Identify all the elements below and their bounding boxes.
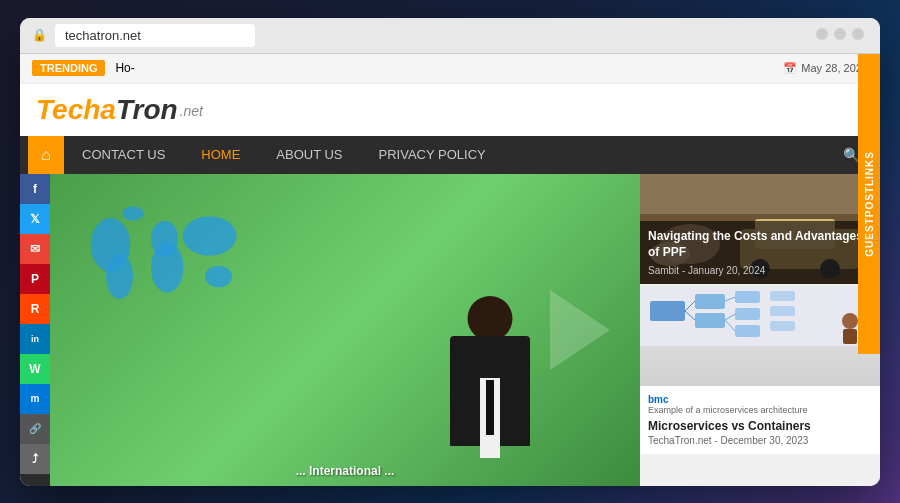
calendar-icon: 📅 [783, 62, 797, 75]
logo-techa: Techa [36, 94, 116, 125]
nav-about-us[interactable]: ABOUT US [258, 136, 360, 174]
lock-icon: 🔒 [32, 28, 47, 42]
svg-point-1 [106, 254, 133, 299]
hero-caption: ... International ... [50, 464, 640, 478]
trending-badge: TRENDING [32, 60, 105, 76]
home-icon: ⌂ [41, 146, 51, 164]
svg-rect-20 [735, 308, 760, 320]
article-image-1: Navigating the Costs and Advantages of P… [640, 174, 880, 284]
article-card-2-content: bmc Example of a microservices architect… [640, 386, 880, 454]
dot-1 [816, 28, 828, 40]
social-sidebar: f 𝕏 ✉ P R in W m 🔗 ⤴ [20, 174, 50, 486]
svg-rect-17 [695, 294, 725, 309]
svg-rect-21 [735, 325, 760, 337]
trending-text: Ho- [115, 61, 134, 75]
article-card-1[interactable]: Navigating the Costs and Advantages of P… [640, 174, 880, 284]
article-image-2 [640, 286, 880, 386]
nav-contact-us[interactable]: CONTACT US [64, 136, 183, 174]
figure-tie [486, 380, 494, 435]
bmc-label: bmc [648, 394, 872, 405]
guestpost-label: GUESTPOSTLINKS [864, 151, 875, 257]
date-badge: 📅 May 28, 2024 [783, 62, 868, 75]
world-map [70, 194, 250, 314]
linkedin-icon[interactable]: in [20, 324, 50, 354]
article-meta-1: Sambit - January 20, 2024 [648, 265, 872, 276]
article-title-1: Navigating the Costs and Advantages of P… [648, 229, 872, 260]
figure-body [450, 336, 530, 446]
svg-rect-28 [770, 306, 795, 316]
twitter-icon[interactable]: 𝕏 [20, 204, 50, 234]
hero-area: ... International ... [50, 174, 640, 486]
svg-point-4 [183, 216, 237, 256]
svg-point-30 [842, 313, 858, 329]
messenger-icon[interactable]: m [20, 384, 50, 414]
logo-area: TechaTron.net [20, 84, 880, 136]
home-icon-button[interactable]: ⌂ [28, 136, 64, 174]
site-logo[interactable]: TechaTron.net [36, 94, 203, 126]
nav-bar: ⌂ CONTACT US HOME ABOUT US PRIVACY POLIC… [20, 136, 880, 174]
share-icon[interactable]: ⤴ [20, 444, 50, 474]
svg-rect-31 [843, 329, 857, 344]
article-meta-2: TechaTron.net - December 30, 2023 [648, 435, 872, 446]
hero-figure [420, 296, 560, 486]
browser-chrome: 🔒 techatron.net [20, 18, 880, 54]
logo-net: .net [180, 103, 203, 119]
trending-bar: TRENDING Ho- 📅 May 28, 2024 [20, 54, 880, 84]
svg-rect-16 [650, 301, 685, 321]
svg-point-5 [205, 265, 232, 287]
svg-rect-27 [770, 291, 795, 301]
svg-rect-29 [770, 321, 795, 331]
email-icon[interactable]: ✉ [20, 234, 50, 264]
link-icon[interactable]: 🔗 [20, 414, 50, 444]
logo-tron: Tron [116, 94, 178, 125]
dot-2 [834, 28, 846, 40]
pinterest-icon[interactable]: P [20, 264, 50, 294]
articles-sidebar: Navigating the Costs and Advantages of P… [640, 174, 880, 486]
browser-window: 🔒 techatron.net TRENDING Ho- 📅 May 28, 2… [20, 18, 880, 486]
facebook-icon[interactable]: f [20, 174, 50, 204]
svg-point-6 [122, 206, 144, 220]
svg-rect-18 [695, 313, 725, 328]
reddit-icon[interactable]: R [20, 294, 50, 324]
main-content: f 𝕏 ✉ P R in W m 🔗 ⤴ [20, 174, 880, 486]
browser-dots [816, 28, 864, 40]
article-overlay-1: Navigating the Costs and Advantages of P… [640, 221, 880, 283]
url-bar[interactable]: techatron.net [55, 24, 255, 47]
guestpost-bar[interactable]: GUESTPOSTLINKS [858, 54, 880, 354]
figure-head [468, 296, 513, 341]
dot-3 [852, 28, 864, 40]
svg-point-3 [151, 242, 183, 292]
article-title-2: Microservices vs Containers [648, 419, 872, 433]
svg-rect-19 [735, 291, 760, 303]
url-text: techatron.net [65, 28, 141, 43]
bmc-subtitle: Example of a microservices architecture [648, 405, 872, 415]
article-card-2[interactable]: bmc Example of a microservices architect… [640, 286, 880, 454]
nav-home[interactable]: HOME [183, 136, 258, 174]
whatsapp-icon[interactable]: W [20, 354, 50, 384]
website-content: TRENDING Ho- 📅 May 28, 2024 TechaTron.ne… [20, 54, 880, 486]
nav-privacy-policy[interactable]: PRIVACY POLICY [361, 136, 504, 174]
